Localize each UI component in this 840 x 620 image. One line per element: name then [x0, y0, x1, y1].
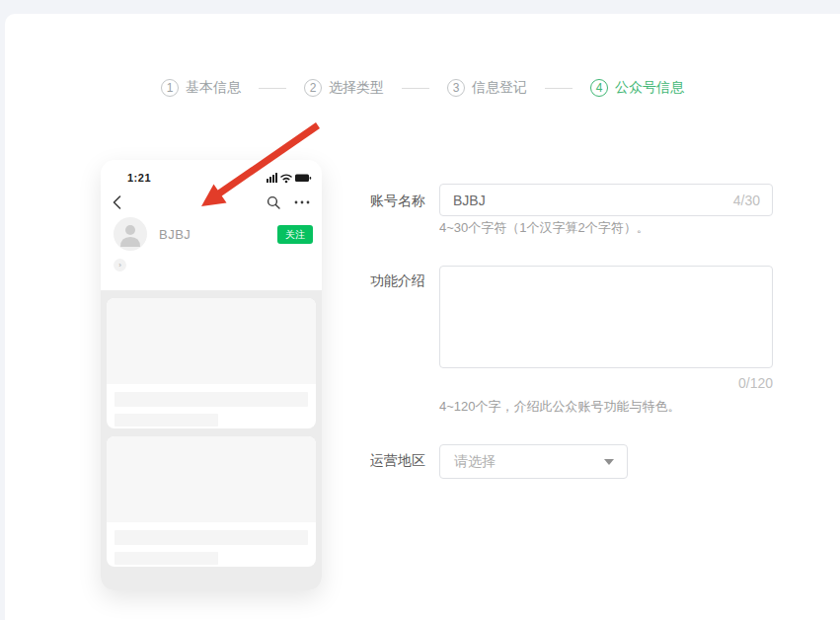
step-3-circle: 3	[447, 79, 465, 97]
step-divider	[402, 88, 429, 89]
follow-button[interactable]: 关注	[277, 225, 313, 244]
wifi-icon	[281, 175, 291, 179]
search-icon[interactable]	[267, 195, 280, 209]
region-select-value: 请选择	[440, 453, 604, 471]
account-name-label: 账号名称	[370, 193, 425, 210]
account-name-helper: 4~30个字符（1个汉字算2个字符）。	[439, 219, 649, 237]
step-2-label: 选择类型	[329, 79, 384, 97]
registration-stepper: 1 基本信息 2 选择类型 3 信息登记 4 公众号信息	[5, 79, 840, 97]
article-feed	[101, 290, 322, 590]
status-icons	[267, 172, 312, 184]
account-profile-row: BJBJ 关注	[114, 216, 313, 252]
step-2-circle: 2	[304, 79, 322, 97]
expand-chevron-icon[interactable]: ›	[114, 259, 126, 271]
back-chevron-icon[interactable]	[113, 195, 121, 209]
step-info-registration: 3 信息登记	[447, 79, 527, 97]
status-time: 1:21	[127, 172, 151, 184]
step-1-label: 基本信息	[186, 79, 241, 97]
step-3-label: 信息登记	[472, 79, 527, 97]
step-select-type: 2 选择类型	[304, 79, 384, 97]
introduction-counter: 0/120	[439, 375, 773, 391]
wifi-dot	[285, 181, 288, 184]
introduction-field	[439, 266, 773, 368]
step-divider	[545, 88, 573, 89]
avatar	[114, 217, 147, 251]
step-1-circle: 1	[161, 79, 179, 97]
region-select[interactable]: 请选择	[439, 444, 628, 479]
article-card	[107, 298, 316, 428]
introduction-textarea[interactable]	[440, 267, 772, 367]
step-4-circle: 4	[590, 79, 608, 97]
account-name-counter: 4/30	[733, 193, 772, 208]
main-panel: 1 基本信息 2 选择类型 3 信息登记 4 公众号信息 1:21	[5, 14, 840, 620]
step-basic-info: 1 基本信息	[161, 79, 241, 97]
article-image-placeholder	[107, 436, 316, 522]
article-subtitle-placeholder	[115, 414, 218, 426]
article-image-placeholder	[107, 298, 316, 384]
step-4-label: 公众号信息	[615, 79, 684, 97]
article-card	[107, 436, 316, 567]
account-name-field: 4/30	[439, 184, 773, 216]
phone-preview: 1:21	[101, 160, 322, 590]
more-ellipsis-icon[interactable]	[294, 200, 310, 204]
article-subtitle-placeholder	[115, 552, 218, 565]
account-name-input[interactable]	[440, 193, 733, 208]
article-title-placeholder	[115, 392, 308, 407]
introduction-label: 功能介绍	[370, 272, 425, 290]
phone-status-bar: 1:21	[101, 170, 322, 186]
phone-nav-bar	[101, 192, 322, 213]
battery-icon	[295, 175, 311, 183]
preview-account-name: BJBJ	[159, 227, 191, 242]
region-label: 运营地区	[370, 452, 425, 470]
step-account-info: 4 公众号信息	[590, 79, 684, 97]
person-icon	[114, 217, 147, 251]
signal-icon	[267, 173, 277, 183]
introduction-helper: 4~120个字，介绍此公众账号功能与特色。	[439, 398, 681, 416]
article-title-placeholder	[115, 530, 308, 545]
chevron-down-icon	[604, 459, 614, 465]
step-divider	[259, 88, 286, 89]
